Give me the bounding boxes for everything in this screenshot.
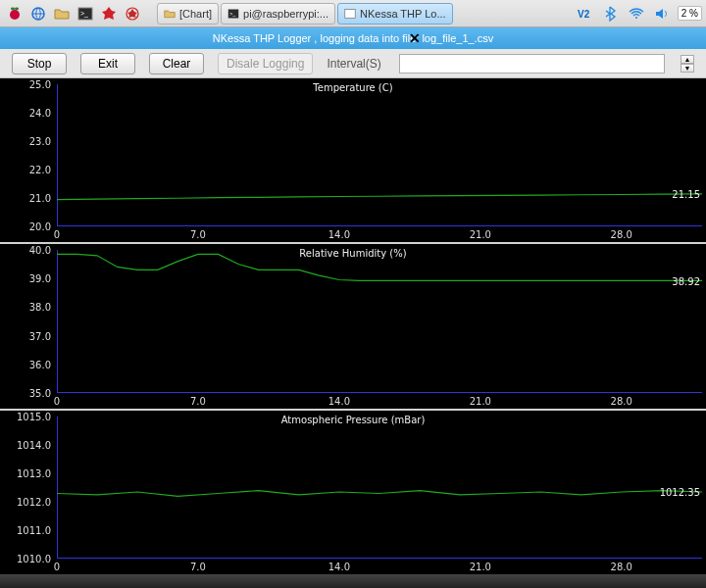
current-value-label: 38.92: [672, 275, 700, 286]
svg-text:>_: >_: [80, 10, 88, 18]
svg-point-11: [635, 17, 637, 19]
svg-point-2: [15, 7, 19, 10]
svg-point-1: [11, 7, 15, 10]
spin-up-icon[interactable]: ▲: [681, 55, 694, 64]
plot-body: 38.92: [57, 250, 702, 392]
window-title-text: NKessa THP Logger , logging data into fi…: [213, 32, 493, 44]
cpu-percent[interactable]: 2 %: [678, 6, 702, 21]
svg-point-0: [10, 10, 20, 20]
task-chart[interactable]: [Chart]: [157, 3, 219, 24]
chart-temperature-c-: Temperature (C)20.021.022.023.024.025.02…: [0, 78, 706, 242]
task-label: [Chart]: [179, 8, 212, 20]
current-value-label: 1012.35: [660, 486, 700, 497]
svg-text:V2: V2: [578, 9, 590, 20]
plot-body: 21.15: [57, 84, 702, 226]
task-app[interactable]: NKessa THP Lo...: [337, 3, 453, 24]
terminal-icon[interactable]: >_: [75, 3, 96, 24]
plot-body: 1012.35: [57, 416, 702, 559]
clear-button[interactable]: Clear: [149, 53, 204, 74]
disable-logging-button: Disale Logging: [218, 53, 313, 74]
mathematica-icon[interactable]: [98, 3, 120, 24]
task-terminal[interactable]: >_ pi@raspberrypi:...: [221, 3, 335, 24]
wolfram-icon[interactable]: [122, 3, 143, 24]
vnc-icon[interactable]: V2: [576, 4, 595, 24]
app-toolbar: Stop Exit Clear Disale Logging Interval(…: [0, 49, 706, 78]
chart-relative-humidity-: Relative Humidity (%)35.036.037.038.039.…: [0, 244, 706, 408]
system-tray: V2 2 %: [576, 4, 702, 24]
interval-label: Interval(S): [327, 57, 380, 71]
window-titlebar: NKessa THP Logger , logging data into fi…: [0, 27, 706, 49]
wifi-icon[interactable]: [627, 4, 646, 24]
close-icon[interactable]: ✕: [409, 30, 421, 46]
plot-container: Temperature (C)20.021.022.023.024.025.02…: [0, 78, 706, 574]
menu-raspberry-icon[interactable]: [4, 3, 25, 24]
system-taskbar: >_ [Chart] >_ pi@raspberrypi:... NKessa …: [0, 0, 706, 27]
svg-text:>_: >_: [229, 10, 235, 16]
chart-atmospheric-pressure-mbar-: Atmospheric Pressure (mBar)1010.01011.01…: [0, 411, 706, 574]
interval-input[interactable]: [399, 54, 665, 74]
exit-button[interactable]: Exit: [80, 53, 135, 74]
task-label: pi@raspberrypi:...: [243, 8, 328, 20]
task-label: NKessa THP Lo...: [360, 8, 446, 20]
desktop-footer: [0, 574, 706, 588]
spin-down-icon[interactable]: ▼: [681, 64, 694, 73]
file-manager-icon[interactable]: [51, 3, 73, 24]
web-browser-icon[interactable]: [27, 3, 49, 24]
bluetooth-icon[interactable]: [601, 4, 621, 24]
stop-button[interactable]: Stop: [12, 53, 67, 74]
current-value-label: 21.15: [672, 188, 700, 199]
volume-icon[interactable]: [652, 4, 672, 24]
svg-rect-9: [345, 9, 356, 18]
interval-spinner[interactable]: ▲▼: [681, 55, 694, 73]
